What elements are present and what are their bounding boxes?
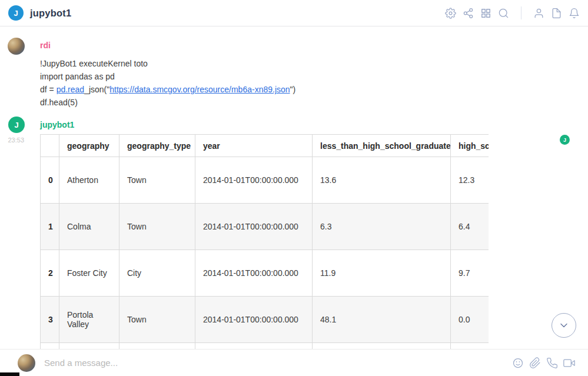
cell-hs-graduate: 12.3 bbox=[451, 157, 489, 204]
message-line: df.head(5) bbox=[40, 96, 295, 109]
cell-hs-graduate bbox=[451, 343, 489, 350]
column-header-index bbox=[41, 135, 59, 157]
code-text: df = bbox=[40, 85, 57, 94]
code-text: ") bbox=[290, 85, 296, 94]
video-call-icon[interactable] bbox=[563, 357, 575, 369]
cell-hs-graduate: 0.0 bbox=[451, 297, 489, 343]
cell-year bbox=[195, 343, 313, 350]
row-index bbox=[41, 343, 59, 350]
channel-title: jupybot1 bbox=[30, 8, 71, 19]
channel-avatar[interactable]: J bbox=[8, 5, 24, 21]
chevron-down-icon bbox=[558, 320, 570, 331]
apps-grid-icon[interactable] bbox=[480, 8, 491, 19]
cell-geography-type: Town bbox=[119, 157, 195, 204]
cell-less-than-hs: 6.3 bbox=[313, 204, 451, 250]
cell-geography: Atherton bbox=[59, 157, 119, 204]
dataset-url-link[interactable]: https://data.smcgov.org/resource/mb6a-xn… bbox=[109, 85, 290, 94]
settings-gear-icon[interactable] bbox=[445, 8, 456, 19]
bell-icon[interactable] bbox=[569, 8, 580, 19]
rdi-avatar[interactable] bbox=[8, 38, 25, 55]
current-user-avatar[interactable] bbox=[18, 354, 35, 372]
channel-header: J jupybot1 bbox=[0, 0, 588, 26]
table-row: 3 Portola Valley Town 2014-01-01T00:00:0… bbox=[41, 297, 489, 343]
jupybot1-username[interactable]: jupybot1 bbox=[40, 120, 74, 129]
rdi-message-body: !JupyBot1 executeKernel toto import pand… bbox=[40, 57, 295, 109]
message-input[interactable] bbox=[44, 358, 512, 368]
column-header-geography-type: geography_type bbox=[119, 135, 195, 157]
row-index: 3 bbox=[41, 297, 59, 343]
message-composer bbox=[0, 349, 588, 376]
scroll-to-bottom-button[interactable] bbox=[552, 313, 576, 338]
chat-app-window: J jupybot1 bbox=[0, 0, 588, 376]
table-header-row: geography geography_type year less_than_… bbox=[41, 135, 489, 157]
unread-badge: J bbox=[560, 135, 570, 145]
column-header-hs-graduate: high_school_graduate bbox=[451, 135, 489, 157]
header-actions bbox=[445, 6, 580, 19]
message-line: import pandas as pd bbox=[40, 70, 295, 83]
dataframe-table-container: geography geography_type year less_than_… bbox=[40, 134, 489, 349]
cell-hs-graduate: 6.4 bbox=[451, 204, 489, 250]
message-line: !JupyBot1 executeKernel toto bbox=[40, 57, 295, 70]
row-index: 1 bbox=[41, 204, 59, 250]
cell-geography-type bbox=[119, 343, 195, 350]
row-index: 2 bbox=[41, 250, 59, 297]
cell-geography: Portola Valley bbox=[59, 297, 119, 343]
table-row: 0 Atherton Town 2014-01-01T00:00:00.000 … bbox=[41, 157, 489, 204]
share-icon[interactable] bbox=[463, 8, 474, 19]
cell-geography: Colma bbox=[59, 204, 119, 250]
rdi-username[interactable]: rdi bbox=[40, 41, 51, 50]
bottom-corner-strip bbox=[0, 372, 19, 376]
cell-geography bbox=[59, 343, 119, 350]
column-header-geography: geography bbox=[59, 135, 119, 157]
code-text: _json(" bbox=[84, 85, 109, 94]
document-icon[interactable] bbox=[551, 8, 562, 19]
cell-geography-type: City bbox=[119, 250, 195, 297]
unread-badge-letter: J bbox=[563, 137, 566, 143]
jupybot1-avatar[interactable]: J bbox=[8, 117, 25, 133]
cell-year: 2014-01-01T00:00:00.000 bbox=[195, 250, 313, 297]
cell-year: 2014-01-01T00:00:00.000 bbox=[195, 157, 313, 204]
cell-geography: Foster City bbox=[59, 250, 119, 297]
cell-year: 2014-01-01T00:00:00.000 bbox=[195, 204, 313, 250]
message-line: df = pd.read_json("https://data.smcgov.o… bbox=[40, 83, 295, 96]
attachment-paperclip-icon[interactable] bbox=[529, 357, 541, 369]
user-icon[interactable] bbox=[533, 8, 544, 19]
header-divider bbox=[521, 6, 521, 19]
cell-less-than-hs bbox=[313, 343, 451, 350]
message-timestamp: 23:53 bbox=[0, 137, 24, 144]
message-list[interactable]: rdi !JupyBot1 executeKernel toto import … bbox=[0, 27, 588, 349]
table-row-partial bbox=[41, 343, 489, 350]
cell-geography-type: Town bbox=[119, 297, 195, 343]
phone-call-icon[interactable] bbox=[546, 357, 558, 369]
pd-read-link[interactable]: pd.read bbox=[57, 85, 84, 94]
search-icon[interactable] bbox=[498, 8, 509, 19]
column-header-less-than-hs: less_than_high_school_graduate bbox=[313, 135, 451, 157]
cell-year: 2014-01-01T00:00:00.000 bbox=[195, 297, 313, 343]
cell-geography-type: Town bbox=[119, 204, 195, 250]
channel-avatar-letter: J bbox=[14, 9, 18, 18]
cell-less-than-hs: 11.9 bbox=[313, 250, 451, 297]
jupybot1-avatar-letter: J bbox=[14, 121, 18, 129]
row-index: 0 bbox=[41, 157, 59, 204]
table-row: 2 Foster City City 2014-01-01T00:00:00.0… bbox=[41, 250, 489, 297]
dataframe-table: geography geography_type year less_than_… bbox=[40, 134, 489, 349]
cell-less-than-hs: 48.1 bbox=[313, 297, 451, 343]
cell-less-than-hs: 13.6 bbox=[313, 157, 451, 204]
table-row: 1 Colma Town 2014-01-01T00:00:00.000 6.3… bbox=[41, 204, 489, 250]
column-header-year: year bbox=[195, 135, 313, 157]
emoji-icon[interactable] bbox=[512, 357, 524, 369]
cell-hs-graduate: 9.7 bbox=[451, 250, 489, 297]
composer-actions bbox=[512, 357, 575, 369]
